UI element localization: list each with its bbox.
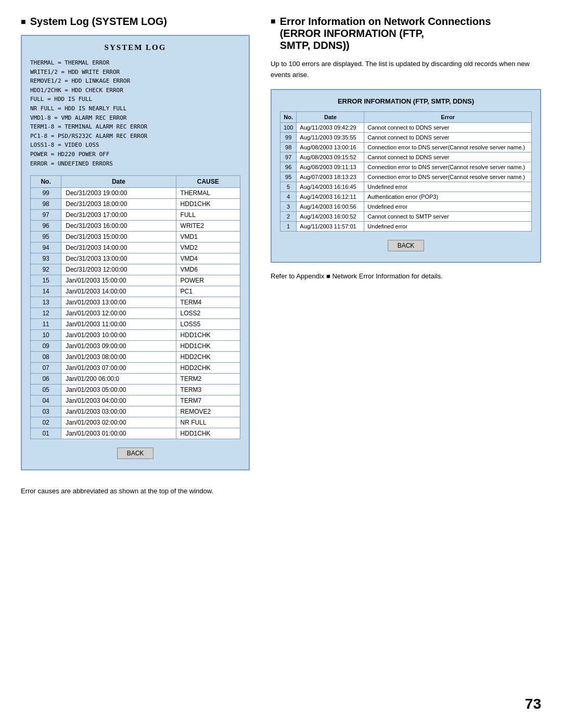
err-col-date: Date — [297, 111, 364, 122]
table-row: 01 Jan/01/2003 01:00:00 HDD1CHK — [31, 428, 240, 439]
err-row-error: Undefined error — [364, 221, 532, 231]
err-row-date: Aug/11/2003 09:42:29 — [297, 122, 364, 132]
error-info-box-title: ERROR INFORMATION (FTP, SMTP, DDNS) — [280, 97, 532, 105]
err-row-no: 100 — [280, 122, 297, 132]
row-no: 15 — [31, 275, 61, 286]
row-cause: TERM7 — [176, 395, 240, 406]
err-row-date: Aug/08/2003 09:11:13 — [297, 162, 364, 172]
err-row-no: 5 — [280, 182, 297, 191]
row-date: Dec/31/2003 17:00:00 — [61, 210, 176, 221]
row-date: Jan/01/2003 07:00:00 — [61, 363, 176, 374]
legend-item: THERMAL = THERMAL ERROR — [30, 58, 240, 68]
table-row: 13 Jan/01/2003 13:00:00 TERM4 — [31, 297, 240, 308]
row-cause: TERM4 — [176, 297, 240, 308]
table-row: 96 Dec/31/2003 16:00:00 WRITE2 — [31, 221, 240, 232]
row-date: Dec/31/2003 12:00:00 — [61, 264, 176, 275]
table-row: 94 Dec/31/2003 14:00:00 VMD2 — [31, 242, 240, 253]
row-cause: REMOVE2 — [176, 406, 240, 417]
err-row-error: Cannot connect to SMTP server — [364, 211, 532, 221]
table-row: 10 Jan/01/2003 10:00:00 HDD1CHK — [31, 330, 240, 341]
table-row: 04 Jan/01/2003 04:00:00 TERM7 — [31, 395, 240, 406]
system-log-back-button[interactable]: BACK — [117, 448, 154, 459]
row-cause: HDD1CHK — [176, 428, 240, 439]
err-row-error: Connection error to DNS server(Cannot re… — [364, 142, 532, 152]
row-no: 09 — [31, 341, 61, 352]
row-no: 93 — [31, 253, 61, 264]
legend-item: NR FULL = HDD IS NEARLY FULL — [30, 104, 240, 113]
table-row: 02 Jan/01/2003 02:00:00 NR FULL — [31, 417, 240, 428]
err-row-date: Aug/14/2003 16:12:11 — [297, 191, 364, 201]
row-cause: TERM2 — [176, 374, 240, 385]
table-row: 07 Jan/01/2003 07:00:00 HDD2CHK — [31, 363, 240, 374]
err-row-no: 3 — [280, 201, 297, 211]
row-no: 94 — [31, 242, 61, 253]
row-cause: FULL — [176, 210, 240, 221]
err-row-date: Aug/08/2003 09:15:52 — [297, 152, 364, 162]
err-row-error: Connection error to DNS server(Cannot re… — [364, 172, 532, 182]
err-row-no: 99 — [280, 132, 297, 142]
legend-item: VMD1-8 = VMD ALARM REC ERROR — [30, 113, 240, 123]
row-no: 14 — [31, 286, 61, 297]
table-row: 93 Dec/31/2003 13:00:00 VMD4 — [31, 253, 240, 264]
footer-note: Refer to Appendix ■ Network Error Inform… — [271, 271, 541, 282]
row-no: 03 — [31, 406, 61, 417]
row-date: Jan/01/2003 14:00:00 — [61, 286, 176, 297]
row-date: Jan/01/2003 02:00:00 — [61, 417, 176, 428]
row-no: 11 — [31, 319, 61, 330]
row-cause: PC1 — [176, 286, 240, 297]
table-row: 5 Aug/14/2003 16:16:45 Undefined error — [280, 182, 532, 191]
err-col-no: No. — [280, 111, 297, 122]
table-row: 06 Jan/01/200 06:00:0 TERM2 — [31, 374, 240, 385]
row-no: 01 — [31, 428, 61, 439]
row-date: Dec/31/2003 19:00:00 — [61, 188, 176, 199]
row-cause: VMD1 — [176, 232, 240, 242]
row-no: 96 — [31, 221, 61, 232]
row-date: Jan/01/200 06:00:0 — [61, 374, 176, 385]
error-description: Up to 100 errors are displayed. The list… — [271, 59, 541, 81]
row-date: Jan/01/2003 13:00:00 — [61, 297, 176, 308]
row-no: 12 — [31, 308, 61, 319]
bottom-note: Error causes are abbreviated as shown at… — [21, 486, 541, 497]
row-no: 92 — [31, 264, 61, 275]
row-cause: HDD1CHK — [176, 199, 240, 210]
row-date: Jan/01/2003 12:00:00 — [61, 308, 176, 319]
table-row: 11 Jan/01/2003 11:00:00 LOSS5 — [31, 319, 240, 330]
legend-item: FULL = HDD IS FULL — [30, 95, 240, 104]
row-date: Jan/01/2003 03:00:00 — [61, 406, 176, 417]
row-cause: THERMAL — [176, 188, 240, 199]
legend-item: REMOVE1/2 = HDD LINKAGE ERROR — [30, 76, 240, 86]
row-no: 95 — [31, 232, 61, 242]
row-no: 07 — [31, 363, 61, 374]
err-row-no: 96 — [280, 162, 297, 172]
row-no: 05 — [31, 385, 61, 395]
row-no: 06 — [31, 374, 61, 385]
err-row-date: Aug/11/2003 09:35:55 — [297, 132, 364, 142]
row-no: 97 — [31, 210, 61, 221]
row-date: Jan/01/2003 10:00:00 — [61, 330, 176, 341]
table-row: 08 Jan/01/2003 08:00:00 HDD2CHK — [31, 352, 240, 363]
row-cause: HDD2CHK — [176, 363, 240, 374]
error-info-title-text: Error Information on Network Connections… — [280, 16, 491, 52]
err-row-date: Aug/07/2003 18:13:23 — [297, 172, 364, 182]
system-log-box: SYSTEM LOG THERMAL = THERMAL ERRORWRITE1… — [21, 35, 250, 470]
legend-item: TERM1-8 = TERMINAL ALARM REC ERROR — [30, 122, 240, 132]
legend-item: HDD1/2CHK = HDD CHECK ERROR — [30, 86, 240, 95]
legend-text: THERMAL = THERMAL ERRORWRITE1/2 = HDD WR… — [30, 58, 240, 168]
table-row: 15 Jan/01/2003 15:00:00 POWER — [31, 275, 240, 286]
col-cause: CAUSE — [176, 176, 240, 188]
err-row-error: Undefined error — [364, 201, 532, 211]
error-info-back-button[interactable]: BACK — [388, 240, 425, 251]
err-row-no: 97 — [280, 152, 297, 162]
error-table: No. Date Error 100 Aug/11/2003 09:42:29 … — [280, 111, 532, 232]
error-info-box: ERROR INFORMATION (FTP, SMTP, DDNS) No. … — [271, 89, 541, 263]
row-no: 98 — [31, 199, 61, 210]
row-cause: LOSS2 — [176, 308, 240, 319]
row-no: 10 — [31, 330, 61, 341]
row-date: Jan/01/2003 09:00:00 — [61, 341, 176, 352]
row-no: 08 — [31, 352, 61, 363]
err-row-error: Undefined error — [364, 182, 532, 191]
err-row-date: Aug/08/2003 13:00:16 — [297, 142, 364, 152]
err-row-error: Cannot connect to DDNS server — [364, 132, 532, 142]
err-row-error: Cannot connect to DDNS server — [364, 122, 532, 132]
row-no: 13 — [31, 297, 61, 308]
